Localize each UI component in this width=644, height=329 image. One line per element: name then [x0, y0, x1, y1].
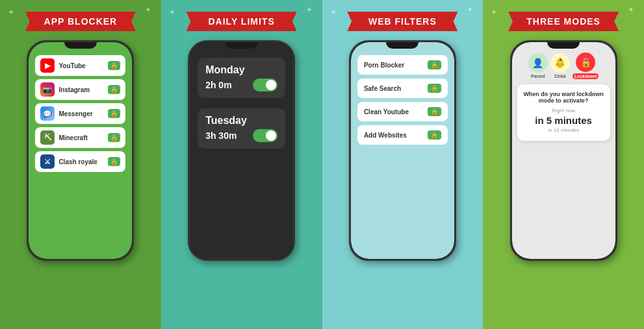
- tuesday-toggle[interactable]: [253, 129, 277, 142]
- youtube-lock: 🔒: [108, 61, 120, 70]
- three-modes-phone: 👤 Parent 👶 Child 🔒 Lockdown When do you …: [510, 40, 617, 261]
- porn-blocker-label: Porn Blocker: [364, 62, 404, 69]
- lockdown-question: When do you want lockdown mode to activa…: [522, 91, 605, 104]
- app-blocker-banner: APP BLOCKER: [25, 12, 136, 31]
- app-item-messenger[interactable]: 💬 Messenger 🔒: [35, 103, 125, 124]
- lockdown-label: Lockdown: [573, 73, 599, 79]
- three-modes-panel: ✦ ✦ THREE MODES 👤 Parent 👶 Child 🔒 Lockd…: [483, 0, 644, 329]
- app-blocker-panel: ✦ ✦ APP BLOCKER ▶ YouTube 🔒 📷 Instagram …: [0, 0, 161, 329]
- clean-youtube-lock: 🔒: [428, 107, 441, 116]
- app-blocker-screen: ▶ YouTube 🔒 📷 Instagram 🔒 💬 Messenger: [29, 42, 132, 259]
- safe-search-label: Safe Search: [364, 85, 401, 92]
- instagram-lock: 🔒: [108, 85, 120, 94]
- youtube-label: YouTube: [58, 62, 85, 69]
- parent-mode-btn[interactable]: 👤 Parent: [528, 53, 548, 79]
- clash-lock: 🔒: [108, 157, 120, 166]
- web-filters-screen: Porn Blocker 🔒 Safe Search 🔒 Clean Youtu…: [351, 42, 454, 259]
- tuesday-time: 3h 30m: [205, 130, 237, 141]
- messenger-icon: 💬: [40, 106, 55, 121]
- tuesday-toggle-knob: [266, 130, 276, 141]
- monday-time: 2h 0m: [205, 80, 231, 90]
- three-modes-screen: 👤 Parent 👶 Child 🔒 Lockdown When do you …: [512, 42, 615, 259]
- safe-search-lock: 🔒: [428, 84, 441, 93]
- lockdown-option-5min[interactable]: in 5 minutes: [522, 115, 605, 126]
- child-mode-btn[interactable]: 👶 Child: [550, 53, 570, 79]
- lockdown-option-right-now[interactable]: Right now: [522, 108, 605, 114]
- filter-clean-youtube[interactable]: Clean Youtube 🔒: [357, 102, 448, 121]
- minecraft-lock: 🔒: [108, 133, 120, 142]
- monday-row: 2h 0m: [205, 79, 277, 91]
- clash-icon: ⚔: [40, 154, 55, 169]
- phone-notch-3: [386, 42, 419, 49]
- app-item-minecraft[interactable]: ⛏ Minecraft 🔒: [35, 127, 125, 148]
- tuesday-label: Tuesday: [205, 115, 277, 127]
- phone-notch-4: [547, 42, 580, 49]
- instagram-icon: 📷: [40, 82, 55, 97]
- daily-limits-banner: DAILY LIMITS: [187, 12, 297, 31]
- filter-porn-blocker[interactable]: Porn Blocker 🔒: [357, 55, 448, 75]
- phone-notch-1: [64, 42, 97, 49]
- app-item-clash[interactable]: ⚔ Clash royale 🔒: [35, 151, 125, 172]
- app-item-youtube[interactable]: ▶ YouTube 🔒: [35, 55, 125, 76]
- messenger-label: Messenger: [58, 110, 92, 117]
- parent-label: Parent: [531, 74, 545, 79]
- monday-toggle[interactable]: [253, 79, 277, 91]
- lockdown-icon: 🔒: [576, 53, 595, 72]
- minecraft-label: Minecraft: [58, 134, 87, 141]
- web-filters-panel: ✦ ✦ WEB FILTERS Porn Blocker 🔒 Safe Sear…: [322, 0, 483, 329]
- child-label: Child: [554, 74, 566, 79]
- instagram-label: Instagram: [58, 86, 90, 93]
- daily-limits-screen: Monday 2h 0m Tuesday 3h 30m: [190, 42, 293, 259]
- monday-label: Monday: [205, 64, 277, 76]
- lockdown-mode-btn[interactable]: 🔒 Lockdown: [573, 53, 599, 79]
- app-blocker-phone: ▶ YouTube 🔒 📷 Instagram 🔒 💬 Messenger: [27, 40, 134, 261]
- clean-youtube-label: Clean Youtube: [364, 108, 409, 116]
- web-filters-banner: WEB FILTERS: [347, 12, 457, 31]
- lockdown-option-10min[interactable]: in 10 minutes: [522, 127, 605, 133]
- filter-safe-search[interactable]: Safe Search 🔒: [357, 79, 448, 98]
- web-filters-phone: Porn Blocker 🔒 Safe Search 🔒 Clean Youtu…: [349, 40, 456, 261]
- clash-label: Clash royale: [58, 158, 97, 165]
- messenger-lock: 🔒: [108, 109, 120, 118]
- phone-notch-2: [225, 42, 258, 49]
- three-modes-banner: THREE MODES: [508, 12, 619, 31]
- add-websites-lock: 🔒: [428, 130, 441, 140]
- filter-add-websites[interactable]: Add Websites 🔒: [357, 125, 448, 145]
- child-icon: 👶: [550, 53, 570, 73]
- monday-toggle-knob: [266, 80, 276, 90]
- lockdown-card: When do you want lockdown mode to activa…: [517, 84, 610, 141]
- youtube-icon: ▶: [40, 58, 55, 73]
- porn-blocker-lock: 🔒: [428, 60, 441, 69]
- parent-icon: 👤: [528, 53, 548, 73]
- mode-buttons-row: 👤 Parent 👶 Child 🔒 Lockdown: [528, 53, 599, 79]
- app-item-instagram[interactable]: 📷 Instagram 🔒: [35, 79, 125, 100]
- add-websites-label: Add Websites: [364, 132, 407, 139]
- daily-limits-panel: ✦ ✦ DAILY LIMITS Monday 2h 0m Tuesday 3h…: [161, 0, 322, 329]
- minecraft-icon: ⛏: [40, 130, 55, 145]
- tuesday-block: Tuesday 3h 30m: [198, 108, 285, 149]
- monday-block: Monday 2h 0m: [198, 58, 285, 98]
- daily-limits-phone: Monday 2h 0m Tuesday 3h 30m: [188, 40, 295, 261]
- tuesday-row: 3h 30m: [205, 129, 277, 142]
